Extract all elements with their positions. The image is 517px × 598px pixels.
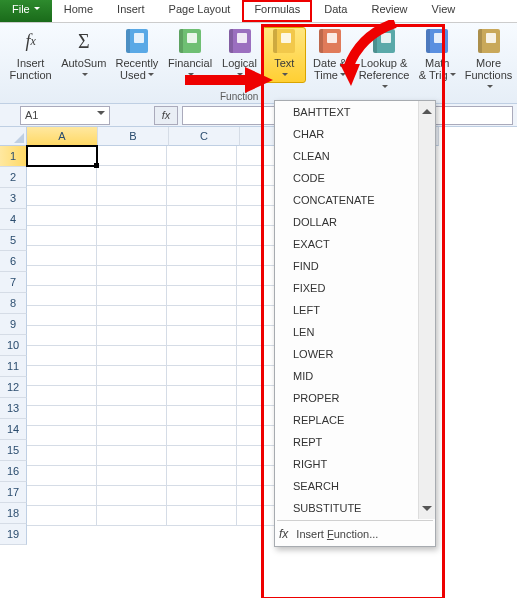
row-header-9[interactable]: 9 [0,314,27,335]
tab-review[interactable]: Review [359,0,419,22]
cell[interactable] [237,366,277,386]
cell[interactable] [237,306,277,326]
cell[interactable] [97,486,167,506]
tab-insert[interactable]: Insert [105,0,157,22]
scroll-down-icon[interactable] [422,506,432,516]
row-header-14[interactable]: 14 [0,419,27,440]
cell[interactable] [97,306,167,326]
row-header-3[interactable]: 3 [0,188,27,209]
autosum-button[interactable]: Σ AutoSum [57,27,110,83]
logical-button[interactable]: Logical [217,27,263,83]
tab-file[interactable]: File [0,0,52,22]
dropdown-item[interactable]: CONCATENATE [275,189,435,211]
cell[interactable] [167,326,237,346]
row-header-18[interactable]: 18 [0,503,27,524]
cell[interactable] [97,186,167,206]
cell[interactable] [237,166,277,186]
cell[interactable] [167,266,237,286]
cell[interactable] [167,286,237,306]
cell[interactable] [27,506,97,526]
cell[interactable] [97,266,167,286]
cell[interactable] [167,386,237,406]
row-header-16[interactable]: 16 [0,461,27,482]
cell[interactable] [237,386,277,406]
cell[interactable] [27,346,97,366]
cell[interactable] [27,226,97,246]
financial-button[interactable]: Financial [164,27,217,83]
dropdown-item[interactable]: REPT [275,431,435,453]
dropdown-item[interactable]: CLEAN [275,145,435,167]
scroll-up-icon[interactable] [422,104,432,114]
select-all-corner[interactable] [0,127,27,146]
cell[interactable] [167,366,237,386]
cell[interactable] [97,326,167,346]
cell[interactable] [237,346,277,366]
math-trig-button[interactable]: Math & Trig [414,27,460,83]
tab-formulas[interactable]: Formulas [242,0,312,22]
cell[interactable] [237,286,277,306]
row-header-6[interactable]: 6 [0,251,27,272]
dropdown-item[interactable]: CODE [275,167,435,189]
dropdown-item[interactable]: REPLACE [275,409,435,431]
cell[interactable] [167,206,237,226]
dropdown-item[interactable]: FIND [275,255,435,277]
cell[interactable] [27,246,97,266]
fx-button[interactable]: fx [154,106,178,125]
cell[interactable] [237,506,277,526]
cell[interactable] [167,486,237,506]
cell[interactable] [97,466,167,486]
cell[interactable] [97,166,167,186]
cell[interactable] [237,446,277,466]
cell[interactable] [27,406,97,426]
cell[interactable] [97,286,167,306]
col-header-b[interactable]: B [98,127,169,146]
row-header-1[interactable]: 1 [0,146,27,167]
row-header-11[interactable]: 11 [0,356,27,377]
chevron-down-icon[interactable] [97,111,105,119]
cell[interactable] [167,506,237,526]
row-header-17[interactable]: 17 [0,482,27,503]
cell[interactable] [27,466,97,486]
dropdown-item[interactable]: SEARCH [275,475,435,497]
tab-home[interactable]: Home [52,0,105,22]
dropdown-item[interactable]: LOWER [275,343,435,365]
cell[interactable] [27,446,97,466]
cell[interactable] [237,426,277,446]
cell[interactable] [27,386,97,406]
dropdown-item[interactable]: MID [275,365,435,387]
cell[interactable] [237,206,277,226]
cell[interactable] [167,186,237,206]
cell[interactable] [97,366,167,386]
cell[interactable] [97,406,167,426]
dropdown-item[interactable]: BAHTTEXT [275,101,435,123]
tab-data[interactable]: Data [312,0,359,22]
cell[interactable] [97,426,167,446]
cell[interactable] [167,446,237,466]
cell[interactable] [27,486,97,506]
cell[interactable] [27,326,97,346]
insert-function-button[interactable]: fx Insert Function [4,27,57,83]
dropdown-item[interactable]: FIXED [275,277,435,299]
cell[interactable] [167,146,237,166]
cell[interactable] [97,206,167,226]
cell[interactable] [27,266,97,286]
row-header-4[interactable]: 4 [0,209,27,230]
dropdown-item[interactable]: RIGHT [275,453,435,475]
cell[interactable] [27,146,97,166]
cell[interactable] [27,366,97,386]
cell[interactable] [237,466,277,486]
row-header-10[interactable]: 10 [0,335,27,356]
row-header-15[interactable]: 15 [0,440,27,461]
cell[interactable] [97,346,167,366]
text-button[interactable]: Text [262,27,306,83]
date-time-button[interactable]: Date & Time [306,27,354,83]
cell[interactable] [97,246,167,266]
cell[interactable] [167,306,237,326]
row-header-5[interactable]: 5 [0,230,27,251]
name-box[interactable]: A1 [20,106,110,125]
cell[interactable] [97,446,167,466]
row-header-12[interactable]: 12 [0,377,27,398]
cell[interactable] [27,206,97,226]
cell[interactable] [97,506,167,526]
dropdown-item[interactable]: LEN [275,321,435,343]
